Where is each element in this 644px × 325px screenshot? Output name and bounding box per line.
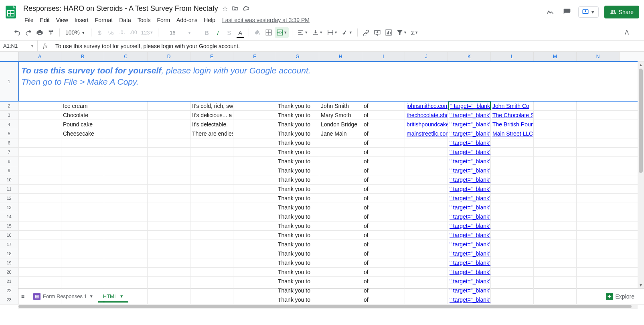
row-header[interactable]: 18 (0, 249, 18, 258)
row-header[interactable]: 9 (0, 166, 18, 175)
cell[interactable]: The British Poun (492, 121, 534, 128)
col-header-G[interactable]: G (276, 52, 319, 61)
cell[interactable] (319, 148, 362, 156)
cell[interactable] (190, 277, 233, 286)
bold-button[interactable]: B (201, 27, 212, 38)
cell[interactable] (190, 148, 233, 156)
functions-icon[interactable]: Σ▼ (409, 27, 420, 38)
cell[interactable]: Thank you to (276, 138, 319, 147)
cell[interactable] (534, 129, 577, 138)
cell[interactable] (491, 138, 534, 147)
cell[interactable] (405, 203, 448, 212)
v-align-icon[interactable]: ▼ (310, 27, 324, 38)
cell[interactable]: " target="_blank" (450, 278, 491, 284)
row-header[interactable]: 3 (0, 111, 18, 120)
cell[interactable] (319, 221, 362, 230)
cell[interactable] (104, 148, 148, 156)
cell[interactable]: " target="_blank" (450, 158, 491, 165)
cell[interactable]: It's cold, rich, sw (190, 102, 233, 110)
cell[interactable] (104, 240, 148, 249)
cell[interactable] (61, 138, 104, 147)
row-header[interactable]: 2 (0, 102, 18, 110)
cell[interactable]: The Chocolate S (492, 112, 534, 118)
menu-edit[interactable]: Edit (37, 15, 53, 25)
cell[interactable] (148, 203, 190, 212)
row-header[interactable]: 7 (0, 148, 18, 156)
cell[interactable] (104, 231, 148, 240)
row-header[interactable]: 20 (0, 268, 18, 276)
cell[interactable]: Thank you to (276, 295, 319, 304)
cell[interactable] (18, 258, 61, 267)
name-box[interactable]: A1:N1▼ (0, 41, 38, 51)
cell[interactable] (534, 102, 577, 110)
cell[interactable] (61, 203, 104, 212)
cell[interactable]: " target="_blank" (448, 185, 491, 193)
cell[interactable] (319, 249, 362, 258)
cell[interactable] (18, 194, 61, 203)
h-align-icon[interactable]: ▼ (296, 27, 310, 38)
cell[interactable] (491, 148, 534, 156)
cell[interactable] (148, 185, 190, 193)
cell[interactable]: Chocolate (61, 111, 104, 120)
cell[interactable] (18, 240, 61, 249)
cell[interactable] (18, 277, 61, 286)
cell[interactable] (18, 231, 61, 240)
cell[interactable] (319, 277, 362, 286)
cell[interactable] (534, 258, 577, 267)
cell[interactable] (319, 286, 362, 295)
cell[interactable] (148, 129, 190, 138)
col-header-B[interactable]: B (61, 52, 104, 61)
cell[interactable] (319, 231, 362, 240)
cell[interactable] (405, 221, 448, 230)
cell[interactable]: " target="_blank" (448, 212, 491, 221)
italic-button[interactable]: I (213, 27, 223, 38)
cell[interactable]: " target="_blank" (450, 103, 491, 109)
cell[interactable] (233, 157, 276, 166)
more-formats-button[interactable]: 123▼ (140, 27, 155, 38)
cell[interactable] (534, 212, 577, 221)
font-size-input[interactable]: 16 (162, 30, 183, 36)
cell[interactable] (233, 111, 276, 120)
cell[interactable]: of (362, 295, 405, 304)
cell[interactable] (104, 138, 148, 147)
row-header[interactable]: 15 (0, 221, 18, 230)
cell[interactable]: Mary Smoth (319, 111, 362, 120)
cell[interactable] (534, 295, 577, 304)
cell[interactable] (534, 203, 577, 212)
cell[interactable] (104, 102, 148, 110)
cell[interactable] (190, 221, 233, 230)
cell[interactable] (190, 194, 233, 203)
cell[interactable] (18, 286, 61, 295)
cell[interactable] (319, 258, 362, 267)
row-header[interactable]: 16 (0, 231, 18, 240)
cell[interactable] (190, 138, 233, 147)
sheets-logo-icon[interactable] (2, 3, 20, 21)
cell[interactable]: " target="_blank" (450, 121, 491, 128)
star-icon[interactable]: ☆ (222, 5, 228, 12)
row-header[interactable]: 11 (0, 185, 18, 193)
decrease-decimal-button[interactable]: .0↓ (117, 27, 128, 38)
cell[interactable]: " target="_blank" (450, 112, 491, 118)
cell[interactable] (18, 129, 61, 138)
cell[interactable] (148, 212, 190, 221)
filter-icon[interactable]: ▼ (395, 27, 409, 38)
cell[interactable]: Thank you to (276, 221, 319, 230)
cell[interactable]: " target="_blank" (448, 286, 491, 295)
cell[interactable]: " target="_blank" (448, 231, 491, 240)
cell[interactable] (491, 295, 534, 304)
cell[interactable] (104, 249, 148, 258)
cell[interactable] (233, 166, 276, 175)
undo-icon[interactable] (12, 27, 22, 38)
cell[interactable]: of (362, 212, 405, 221)
cell[interactable]: John Smith (319, 102, 362, 110)
col-header-K[interactable]: K (448, 52, 491, 61)
cell[interactable] (190, 249, 233, 258)
cell[interactable] (405, 185, 448, 193)
row-header[interactable]: 10 (0, 175, 18, 184)
row-header[interactable]: 5 (0, 129, 18, 138)
cell[interactable] (190, 231, 233, 240)
cell[interactable]: It's delectable. (190, 120, 233, 129)
cell[interactable]: " target="_blank" (448, 111, 491, 120)
cell[interactable] (148, 138, 190, 147)
cell[interactable]: " target="_blank" (450, 177, 491, 183)
